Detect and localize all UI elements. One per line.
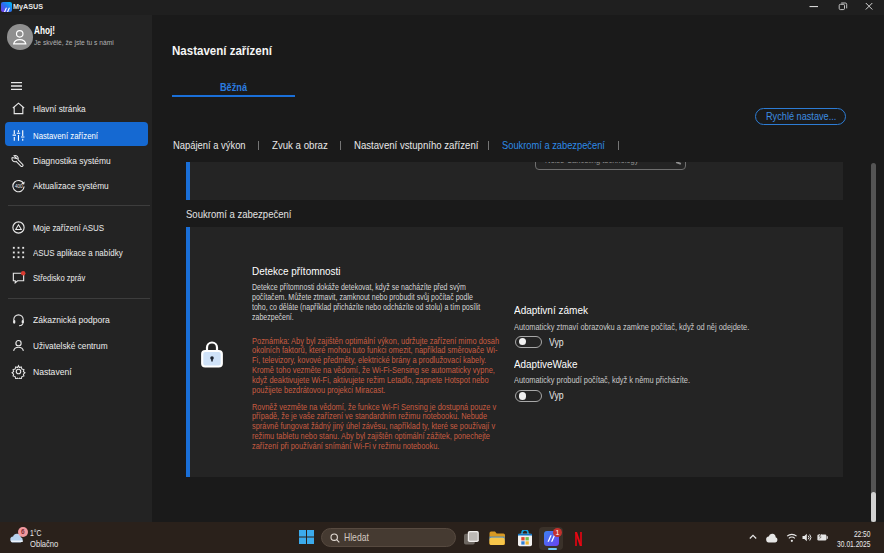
svg-text:400: 400 [14,183,22,188]
